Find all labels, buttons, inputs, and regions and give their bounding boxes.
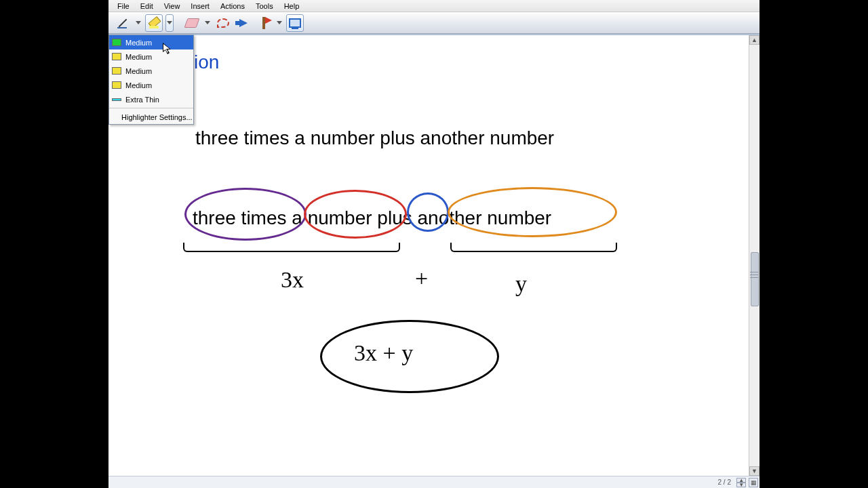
- status-bar: 2 / 2 ▴ ▾ ▦: [108, 476, 760, 488]
- page-down-button[interactable]: ▾: [736, 483, 746, 487]
- swatch-icon: [112, 67, 121, 75]
- pen-dropdown[interactable]: [134, 14, 142, 32]
- preset-label: Medium: [125, 67, 152, 75]
- scroll-grip-icon: [750, 270, 758, 285]
- eraser-dropdown[interactable]: [203, 14, 212, 32]
- pen-icon: [117, 17, 129, 29]
- handwritten-y: y: [515, 271, 527, 297]
- circle-annotation-orange: [448, 187, 617, 237]
- arrow-icon: [239, 19, 248, 27]
- circle-annotation-blue: [407, 192, 449, 232]
- pen-tool-button[interactable]: [114, 14, 132, 32]
- menu-file[interactable]: File: [113, 1, 134, 11]
- eraser-tool-button[interactable]: [183, 14, 201, 32]
- handwritten-final: 3x + y: [354, 340, 413, 366]
- scroll-down-button[interactable]: ▼: [749, 466, 760, 476]
- handwritten-plus: +: [415, 266, 428, 291]
- vertical-scrollbar[interactable]: ▲ ▼: [749, 35, 760, 476]
- menu-view[interactable]: View: [159, 1, 185, 11]
- highlighter-presets-menu: Medium Medium Medium Medium Extra Thin H…: [108, 35, 194, 125]
- page-title-fragment: ion: [194, 52, 219, 73]
- highlighter-preset-5[interactable]: Extra Thin: [109, 92, 193, 106]
- flag-dropdown[interactable]: [275, 14, 283, 32]
- eraser-icon: [184, 18, 199, 28]
- highlighter-dropdown[interactable]: [165, 14, 174, 32]
- swatch-icon: [112, 39, 121, 46]
- preset-label: Extra Thin: [125, 96, 159, 104]
- flag-tool-button[interactable]: [255, 14, 273, 32]
- circle-annotation-red: [304, 190, 407, 239]
- preset-label: Medium: [125, 81, 152, 89]
- lasso-icon: [217, 18, 229, 28]
- page-counter: 2 / 2: [718, 479, 731, 486]
- menu-tools[interactable]: Tools: [251, 1, 278, 11]
- menu-bar: File Edit View Insert Actions Tools Help: [108, 0, 760, 12]
- swatch-icon: [112, 53, 121, 60]
- sentence-text-1: three times a number plus another number: [195, 127, 554, 149]
- lasso-tool-button[interactable]: [214, 14, 232, 32]
- preset-label: Medium: [125, 39, 152, 47]
- highlighter-preset-4[interactable]: Medium: [109, 78, 193, 92]
- whiteboard-app-window: File Edit View Insert Actions Tools Help…: [108, 0, 760, 488]
- scroll-up-button[interactable]: ▲: [749, 35, 760, 45]
- highlighter-icon: [148, 17, 160, 29]
- toolbar: [108, 12, 760, 34]
- highlighter-preset-3[interactable]: Medium: [109, 64, 193, 78]
- swatch-icon: [112, 81, 121, 89]
- handwritten-3x: 3x: [281, 267, 304, 293]
- swatch-icon: [112, 98, 121, 101]
- menu-separator: [109, 108, 193, 108]
- brace-right: [450, 243, 617, 252]
- menu-actions[interactable]: Actions: [216, 1, 250, 11]
- whiteboard-canvas[interactable]: ion three times a number plus another nu…: [108, 35, 749, 476]
- highlighter-tool-button[interactable]: [145, 14, 163, 32]
- menu-edit[interactable]: Edit: [136, 1, 158, 11]
- page-nav-button[interactable]: ▦: [749, 478, 758, 487]
- fullscreen-toggle-button[interactable]: [286, 14, 304, 32]
- highlighter-settings[interactable]: Highlighter Settings...: [109, 110, 193, 124]
- menu-insert[interactable]: Insert: [186, 1, 214, 11]
- highlighter-preset-1[interactable]: Medium: [109, 35, 193, 49]
- menu-help[interactable]: Help: [279, 1, 304, 11]
- settings-label: Highlighter Settings...: [121, 113, 193, 121]
- arrow-tool-button[interactable]: [235, 14, 252, 32]
- circle-annotation-purple: [184, 188, 307, 241]
- preset-label: Medium: [125, 53, 152, 61]
- brace-left: [183, 243, 400, 252]
- flag-icon: [262, 17, 265, 29]
- screen-icon: [289, 18, 301, 28]
- highlighter-preset-2[interactable]: Medium: [109, 49, 193, 64]
